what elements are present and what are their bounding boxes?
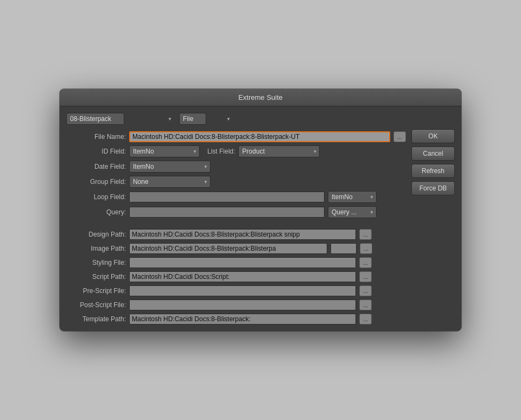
dialog-window: Extreme Suite 08-Blisterpack File <box>60 89 461 331</box>
ok-button[interactable]: OK <box>411 129 455 143</box>
side-buttons: OK Cancel Refresh Force DB <box>411 113 455 324</box>
filetype-dropdown[interactable]: File <box>179 113 206 125</box>
script-path-input[interactable] <box>129 271 356 282</box>
design-path-input[interactable] <box>129 229 356 240</box>
list-field-dropdown-wrapper[interactable]: Product <box>238 145 320 157</box>
pre-script-file-browse[interactable]: ... <box>359 285 372 296</box>
styling-file-row: Styling File: ... <box>66 257 406 268</box>
id-field-dropdown[interactable]: ItemNo <box>129 145 200 157</box>
date-field-row: Date Field: ItemNo <box>66 161 406 173</box>
design-path-label: Design Path: <box>66 231 126 238</box>
form-rows: File Name: ... ID Field: ItemNo List Fie… <box>66 131 406 324</box>
loop-field-label: Loop Field: <box>66 193 126 201</box>
query-label: Query: <box>66 208 126 216</box>
group-field-row: Group Field: None <box>66 176 406 188</box>
refresh-button[interactable]: Refresh <box>411 164 455 178</box>
post-script-file-browse[interactable]: ... <box>359 300 372 310</box>
post-script-file-label: Post-Script File: <box>66 301 126 309</box>
image-path-label: Image Path: <box>66 245 126 252</box>
group-field-label: Group Field: <box>66 178 126 186</box>
pre-script-file-label: Pre-Script File: <box>66 287 126 295</box>
script-path-row: Script Path: ... <box>66 271 406 282</box>
date-field-dropdown[interactable]: ItemNo <box>129 161 211 173</box>
main-area: 08-Blisterpack File File Name: ... <box>66 113 406 324</box>
dialog-content: 08-Blisterpack File File Name: ... <box>60 106 461 331</box>
styling-file-label: Styling File: <box>66 259 126 266</box>
query-dropdown[interactable]: Query ... <box>328 206 377 218</box>
list-field-label: List Field: <box>207 148 235 155</box>
image-path-row: Image Path: ... <box>66 243 406 254</box>
pre-script-file-input[interactable] <box>129 285 356 296</box>
styling-file-input[interactable] <box>129 257 356 268</box>
filetype-dropdown-wrapper[interactable]: File <box>179 113 233 125</box>
image-path-browse[interactable]: ... <box>360 243 372 254</box>
loop-field-row: Loop Field: ItemNo <box>66 191 406 203</box>
styling-file-browse[interactable]: ... <box>359 257 372 268</box>
template-path-label: Template Path: <box>66 315 126 323</box>
preset-dropdown[interactable]: 08-Blisterpack <box>66 113 124 125</box>
file-name-input[interactable] <box>129 131 390 142</box>
query-row: Query: Query ... <box>66 206 406 218</box>
group-field-dropdown-wrapper[interactable]: None <box>129 176 211 188</box>
loop-dropdown-wrapper[interactable]: ItemNo <box>328 191 377 203</box>
file-name-browse[interactable]: ... <box>393 131 406 142</box>
query-dropdown-wrapper[interactable]: Query ... <box>328 206 377 218</box>
file-name-row: File Name: ... <box>66 131 406 142</box>
title-bar: Extreme Suite <box>60 89 461 106</box>
query-input[interactable] <box>129 207 325 218</box>
id-field-label: ID Field: <box>66 148 126 155</box>
force-db-button[interactable]: Force DB <box>411 181 455 195</box>
post-script-file-row: Post-Script File: ... <box>66 300 406 310</box>
loop-field-input[interactable] <box>129 192 325 202</box>
post-script-file-input[interactable] <box>129 300 356 310</box>
window-title: Extreme Suite <box>238 93 283 101</box>
file-name-label: File Name: <box>66 133 126 141</box>
design-path-browse[interactable]: ... <box>359 229 372 240</box>
script-path-label: Script Path: <box>66 273 126 281</box>
id-field-dropdown-wrapper[interactable]: ItemNo <box>129 145 200 157</box>
id-list-field-row: ID Field: ItemNo List Field: Product <box>66 145 406 157</box>
preset-dropdown-wrapper[interactable]: 08-Blisterpack <box>66 113 175 125</box>
date-field-label: Date Field: <box>66 163 126 170</box>
list-field-dropdown[interactable]: Product <box>238 145 320 157</box>
template-path-input[interactable] <box>129 314 356 324</box>
loop-dropdown[interactable]: ItemNo <box>328 191 377 203</box>
date-field-dropdown-wrapper[interactable]: ItemNo <box>129 161 211 173</box>
top-row: 08-Blisterpack File <box>66 113 406 125</box>
pre-script-file-row: Pre-Script File: ... <box>66 285 406 296</box>
group-field-dropdown[interactable]: None <box>129 176 211 188</box>
design-path-row: Design Path: ... <box>66 229 406 240</box>
cancel-button[interactable]: Cancel <box>411 147 455 161</box>
script-path-browse[interactable]: ... <box>359 271 372 282</box>
template-path-row: Template Path: ... <box>66 314 406 324</box>
image-path-extra[interactable] <box>331 243 357 254</box>
template-path-browse[interactable]: ... <box>359 314 372 324</box>
image-path-input[interactable] <box>129 243 327 254</box>
